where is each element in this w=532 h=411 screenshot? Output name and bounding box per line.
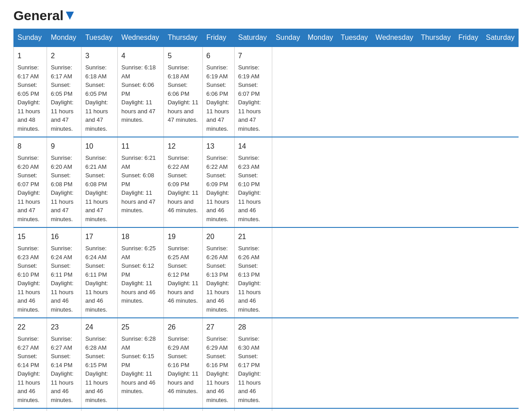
daylight-text: Daylight: 11 hours and 46 minutes.: [17, 369, 43, 404]
day-number: 10: [85, 141, 114, 152]
logo-arrow-icon: [65, 11, 75, 22]
day-number: 3: [85, 51, 114, 61]
sunrise-text: Sunrise: 6:22 AM: [167, 154, 198, 171]
day-number: 18: [121, 231, 160, 242]
sunset-text: Sunset: 6:08 PM: [51, 171, 77, 188]
calendar-week-5: 29Sunrise: 6:30 AMSunset: 6:17 PMDayligh…: [14, 408, 519, 411]
sunrise-text: Sunrise: 6:27 AM: [51, 334, 77, 352]
sunset-text: Sunset: 6:05 PM: [17, 81, 43, 98]
daylight-text: Daylight: 11 hours and 46 minutes.: [238, 279, 268, 314]
calendar-cell: 2Sunrise: 6:17 AMSunset: 6:05 PMDaylight…: [47, 47, 82, 137]
daylight-text: Daylight: 11 hours and 46 minutes.: [121, 279, 160, 305]
sunset-text: Sunset: 6:09 PM: [206, 171, 231, 188]
calendar-cell: 17Sunrise: 6:24 AMSunset: 6:11 PMDayligh…: [82, 227, 118, 318]
header-tuesday: Tuesday: [82, 29, 118, 47]
daylight-text: Daylight: 11 hours and 47 minutes.: [121, 188, 160, 215]
sunset-text: Sunset: 6:13 PM: [206, 261, 231, 279]
sunrise-text: Sunrise: 6:30 AM: [238, 334, 268, 352]
sunrise-text: Sunrise: 6:18 AM: [167, 63, 198, 81]
sunrise-text: Sunrise: 6:20 AM: [51, 154, 77, 171]
calendar-cell: 18Sunrise: 6:25 AMSunset: 6:12 PMDayligh…: [118, 227, 164, 318]
calendar-cell: 5Sunrise: 6:18 AMSunset: 6:06 PMDaylight…: [164, 47, 202, 137]
sunset-text: Sunset: 6:05 PM: [51, 81, 77, 98]
sunrise-text: Sunrise: 6:26 AM: [238, 244, 268, 261]
sunset-text: Sunset: 6:10 PM: [238, 171, 268, 188]
sunrise-text: Sunrise: 6:26 AM: [206, 244, 231, 261]
calendar-cell: 19Sunrise: 6:25 AMSunset: 6:12 PMDayligh…: [164, 227, 202, 318]
sunrise-text: Sunrise: 6:22 AM: [206, 154, 231, 171]
calendar-cell: 14Sunrise: 6:23 AMSunset: 6:10 PMDayligh…: [234, 137, 272, 227]
calendar-cell: 11Sunrise: 6:21 AMSunset: 6:08 PMDayligh…: [118, 137, 164, 227]
calendar-cell: [164, 408, 202, 411]
day-number: 26: [167, 322, 198, 333]
calendar-cell: 25Sunrise: 6:28 AMSunset: 6:15 PMDayligh…: [118, 318, 164, 408]
calendar-week-2: 8Sunrise: 6:20 AMSunset: 6:07 PMDaylight…: [14, 137, 519, 227]
sunrise-text: Sunrise: 6:29 AM: [206, 334, 231, 352]
daylight-text: Daylight: 11 hours and 47 minutes.: [85, 98, 114, 133]
sunset-text: Sunset: 6:08 PM: [85, 171, 114, 188]
sunset-text: Sunset: 6:08 PM: [121, 171, 160, 188]
sunset-text: Sunset: 6:10 PM: [17, 261, 43, 279]
sunrise-text: Sunrise: 6:18 AM: [85, 63, 114, 81]
header-sunday: Sunday: [14, 29, 47, 47]
calendar-cell: 12Sunrise: 6:22 AMSunset: 6:09 PMDayligh…: [164, 137, 202, 227]
daylight-text: Daylight: 11 hours and 46 minutes.: [85, 279, 114, 314]
sunset-text: Sunset: 6:06 PM: [121, 81, 160, 98]
sunrise-text: Sunrise: 6:19 AM: [206, 63, 231, 81]
day-number: 21: [238, 231, 268, 242]
calendar-cell: [234, 408, 272, 411]
header-saturday: Saturday: [234, 29, 272, 47]
daylight-text: Daylight: 11 hours and 48 minutes.: [17, 98, 43, 133]
header-wednesday: Wednesday: [118, 29, 164, 47]
sunrise-text: Sunrise: 6:21 AM: [121, 154, 160, 171]
calendar-cell: 1Sunrise: 6:17 AMSunset: 6:05 PMDaylight…: [14, 47, 47, 137]
col-header-saturday: Saturday: [482, 29, 518, 47]
header-monday: Monday: [47, 29, 82, 47]
sunset-text: Sunset: 6:15 PM: [121, 352, 160, 369]
sunset-text: Sunset: 6:12 PM: [121, 261, 160, 279]
daylight-text: Daylight: 11 hours and 46 minutes.: [17, 279, 43, 314]
sunrise-text: Sunrise: 6:28 AM: [121, 334, 160, 352]
col-header-tuesday: Tuesday: [337, 29, 372, 47]
sunset-text: Sunset: 6:16 PM: [167, 352, 198, 369]
sunrise-text: Sunrise: 6:29 AM: [167, 334, 198, 352]
calendar-cell: 21Sunrise: 6:26 AMSunset: 6:13 PMDayligh…: [234, 227, 272, 318]
calendar-cell: 9Sunrise: 6:20 AMSunset: 6:08 PMDaylight…: [47, 137, 82, 227]
sunrise-text: Sunrise: 6:23 AM: [17, 244, 43, 261]
sunrise-text: Sunrise: 6:24 AM: [51, 244, 77, 261]
day-number: 13: [206, 141, 231, 152]
calendar-cell: 10Sunrise: 6:21 AMSunset: 6:08 PMDayligh…: [82, 137, 118, 227]
sunset-text: Sunset: 6:09 PM: [167, 171, 198, 188]
col-header-sunday: Sunday: [272, 29, 304, 47]
day-number: 17: [85, 231, 114, 242]
calendar-cell: 23Sunrise: 6:27 AMSunset: 6:14 PMDayligh…: [47, 318, 82, 408]
sunset-text: Sunset: 6:13 PM: [238, 261, 268, 279]
sunset-text: Sunset: 6:14 PM: [51, 352, 77, 369]
day-number: 24: [85, 322, 114, 333]
daylight-text: Daylight: 11 hours and 46 minutes.: [167, 369, 198, 396]
calendar-table: SundayMondayTuesdayWednesdayThursdayFrid…: [13, 29, 519, 411]
daylight-text: Daylight: 11 hours and 47 minutes.: [51, 98, 77, 133]
day-number: 4: [121, 51, 160, 61]
sunset-text: Sunset: 6:11 PM: [51, 261, 77, 279]
calendar-cell: 31Sunrise: 6:31 AMSunset: 6:18 PMDayligh…: [82, 408, 118, 411]
sunset-text: Sunset: 6:07 PM: [238, 81, 268, 98]
day-number: 12: [167, 141, 198, 152]
daylight-text: Daylight: 11 hours and 47 minutes.: [17, 188, 43, 223]
daylight-text: Daylight: 11 hours and 46 minutes.: [51, 369, 77, 404]
col-header-thursday: Thursday: [417, 29, 455, 47]
sunset-text: Sunset: 6:14 PM: [17, 352, 43, 369]
calendar-cell: 24Sunrise: 6:28 AMSunset: 6:15 PMDayligh…: [82, 318, 118, 408]
day-number: 9: [51, 141, 77, 152]
daylight-text: Daylight: 11 hours and 47 minutes.: [51, 188, 77, 223]
calendar-cell: [202, 408, 234, 411]
sunrise-text: Sunrise: 6:20 AM: [17, 154, 43, 171]
sunset-text: Sunset: 6:12 PM: [167, 261, 198, 279]
day-number: 5: [167, 51, 198, 61]
day-number: 14: [238, 141, 268, 152]
sunset-text: Sunset: 6:06 PM: [167, 81, 198, 98]
col-header-friday: Friday: [455, 29, 482, 47]
calendar-header-row: SundayMondayTuesdayWednesdayThursdayFrid…: [14, 29, 519, 47]
calendar-cell: 28Sunrise: 6:30 AMSunset: 6:17 PMDayligh…: [234, 318, 272, 408]
calendar-week-1: 1Sunrise: 6:17 AMSunset: 6:05 PMDaylight…: [14, 47, 519, 137]
